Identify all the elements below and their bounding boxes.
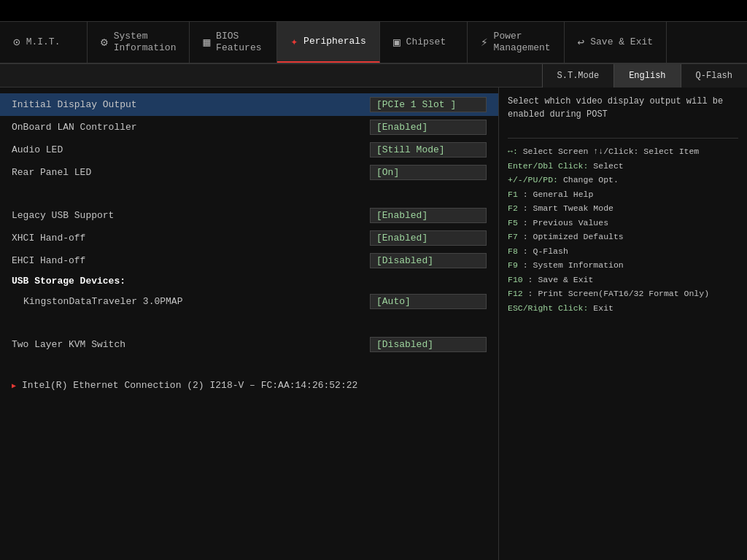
key-desc: : Previous Values: [518, 218, 608, 228]
key-help: ↔: Select Screen ↑↓/Click: Select ItemEn…: [508, 144, 738, 553]
key-desc: : Smart Tweak Mode: [518, 203, 614, 213]
secondary-bar: S.T.ModeEnglishQ-Flash: [0, 64, 747, 88]
setting-label: EHCI Hand-off: [12, 255, 370, 266]
setting-row[interactable]: Initial Display Output[PCIe 1 Slot ]: [0, 93, 498, 116]
expandable-label: Intel(R) Ethernet Connection (2) I218-V …: [22, 380, 357, 391]
setting-row[interactable]: XHCI Hand-off[Enabled]: [0, 227, 498, 249]
tab-label-bios-features: BIOSFeatures: [216, 31, 261, 53]
setting-value[interactable]: [Enabled]: [370, 230, 487, 246]
description-box: Select which video display output will b…: [508, 95, 738, 139]
key-help-line: F7 : Optimized Defaults: [508, 230, 738, 244]
tab-icon-bios-features: ▦: [203, 35, 210, 50]
nav-tab-system-info[interactable]: ⚙ SystemInformation: [88, 22, 190, 63]
nav-tab-mit[interactable]: ⊙ M.I.T.: [0, 22, 88, 63]
setting-value[interactable]: [Auto]: [370, 294, 487, 309]
description-text: Select which video display output will b…: [508, 95, 738, 121]
tab-icon-mit: ⊙: [13, 35, 20, 50]
tab-label-system-info: SystemInformation: [114, 31, 177, 53]
setting-row[interactable]: KingstonDataTraveler 3.0PMAP[Auto]: [0, 290, 498, 313]
sec-btn-stmode[interactable]: S.T.Mode: [542, 64, 614, 88]
separator: [0, 356, 498, 376]
setting-row[interactable]: Audio LED[Still Mode]: [0, 139, 498, 161]
tab-icon-peripherals: ✦: [290, 34, 298, 49]
key-desc: Exit: [588, 303, 614, 313]
separator: [0, 184, 498, 204]
nav-tab-save-exit[interactable]: ↩ Save & Exit: [565, 22, 667, 63]
setting-value[interactable]: [Enabled]: [370, 120, 487, 135]
sec-btn-qflash[interactable]: Q-Flash: [681, 64, 747, 88]
tab-label-power: PowerManagement: [494, 31, 551, 53]
nav-tab-power[interactable]: ⚡ PowerManagement: [468, 22, 565, 63]
setting-value[interactable]: [Enabled]: [370, 208, 487, 223]
setting-value[interactable]: [Disabled]: [370, 253, 487, 268]
key-name: ↔:: [508, 147, 518, 156]
key-help-line: ↔: Select Screen ↑↓/Click: Select Item: [508, 144, 738, 159]
setting-label: Initial Display Output: [12, 99, 370, 110]
key-desc: : Save & Exit: [523, 275, 594, 284]
info-panel: Select which video display output will b…: [499, 88, 747, 560]
key-name: Enter/Dbl Click:: [508, 161, 588, 171]
main-content: Initial Display Output[PCIe 1 Slot ]OnBo…: [0, 88, 747, 560]
key-help-line: +/-/PU/PD: Change Opt.: [508, 173, 738, 187]
setting-value[interactable]: [On]: [370, 165, 487, 180]
nav-tab-chipset[interactable]: ▣ Chipset: [380, 22, 468, 63]
key-name: F9: [508, 260, 518, 270]
settings-panel: Initial Display Output[PCIe 1 Slot ]OnBo…: [0, 88, 499, 560]
key-help-line: ESC/Right Click: Exit: [508, 301, 738, 316]
key-name: F5: [508, 218, 518, 228]
key-name: F10: [508, 275, 523, 284]
sec-btn-english[interactable]: English: [614, 64, 680, 88]
setting-label: XHCI Hand-off: [12, 233, 370, 244]
key-desc: Select Screen ↑↓/Click: Select Item: [518, 147, 699, 156]
key-name: F1: [508, 190, 518, 199]
key-desc: Select: [588, 161, 623, 171]
key-help-line: F10 : Save & Exit: [508, 273, 738, 287]
key-help-line: F12 : Print Screen(FAT16/32 Format Only): [508, 287, 738, 301]
setting-label: OnBoard LAN Controller: [12, 122, 370, 133]
key-desc: : System Information: [518, 260, 624, 270]
key-desc: : Print Screen(FAT16/32 Format Only): [523, 289, 709, 298]
tab-icon-system-info: ⚙: [101, 35, 108, 50]
key-name: ESC/Right Click:: [508, 303, 588, 313]
tab-icon-power: ⚡: [481, 35, 488, 50]
nav-tab-peripherals[interactable]: ✦ Peripherals: [277, 22, 379, 63]
separator: [0, 313, 498, 333]
key-desc: : General Help: [518, 190, 594, 199]
setting-row[interactable]: OnBoard LAN Controller[Enabled]: [0, 116, 498, 139]
key-name: F8: [508, 246, 518, 256]
setting-label: Rear Panel LED: [12, 167, 370, 178]
key-help-line: F2 : Smart Tweak Mode: [508, 201, 738, 216]
tab-label-chipset: Chipset: [406, 36, 446, 48]
expand-arrow: ▶: [12, 381, 16, 390]
setting-row[interactable]: Two Layer KVM Switch[Disabled]: [0, 333, 498, 356]
setting-label: KingstonDataTraveler 3.0PMAP: [12, 296, 370, 307]
key-help-line: F1 : General Help: [508, 187, 738, 202]
tab-icon-chipset: ▣: [393, 35, 400, 50]
top-bar: [0, 0, 747, 22]
setting-label: Two Layer KVM Switch: [12, 339, 370, 350]
setting-value[interactable]: [PCIe 1 Slot ]: [370, 97, 487, 112]
key-name: F2: [508, 203, 518, 213]
key-help-line: F9 : System Information: [508, 258, 738, 273]
nav-tabs: ⊙ M.I.T. ⚙ SystemInformation ▦ BIOSFeatu…: [0, 22, 747, 64]
tab-icon-save-exit: ↩: [578, 35, 585, 50]
key-name: +/-/PU/PD:: [508, 175, 558, 184]
key-desc: Change Opt.: [558, 175, 619, 184]
key-desc: : Optimized Defaults: [518, 232, 624, 241]
key-help-line: F5 : Previous Values: [508, 216, 738, 230]
setting-value[interactable]: [Still Mode]: [370, 142, 487, 158]
expandable-row[interactable]: ▶Intel(R) Ethernet Connection (2) I218-V…: [0, 376, 498, 394]
key-help-line: F8 : Q-Flash: [508, 244, 738, 259]
setting-label: Legacy USB Support: [12, 210, 370, 221]
key-help-line: Enter/Dbl Click: Select: [508, 159, 738, 174]
setting-row[interactable]: EHCI Hand-off[Disabled]: [0, 249, 498, 272]
nav-tab-bios-features[interactable]: ▦ BIOSFeatures: [190, 22, 277, 63]
setting-value[interactable]: [Disabled]: [370, 337, 487, 352]
tab-label-peripherals: Peripherals: [303, 36, 366, 47]
setting-label: Audio LED: [12, 144, 370, 155]
key-name: F12: [508, 289, 523, 298]
tab-label-mit: M.I.T.: [26, 36, 61, 48]
setting-row[interactable]: Legacy USB Support[Enabled]: [0, 204, 498, 227]
setting-row[interactable]: Rear Panel LED[On]: [0, 161, 498, 184]
tab-label-save-exit: Save & Exit: [590, 36, 653, 48]
